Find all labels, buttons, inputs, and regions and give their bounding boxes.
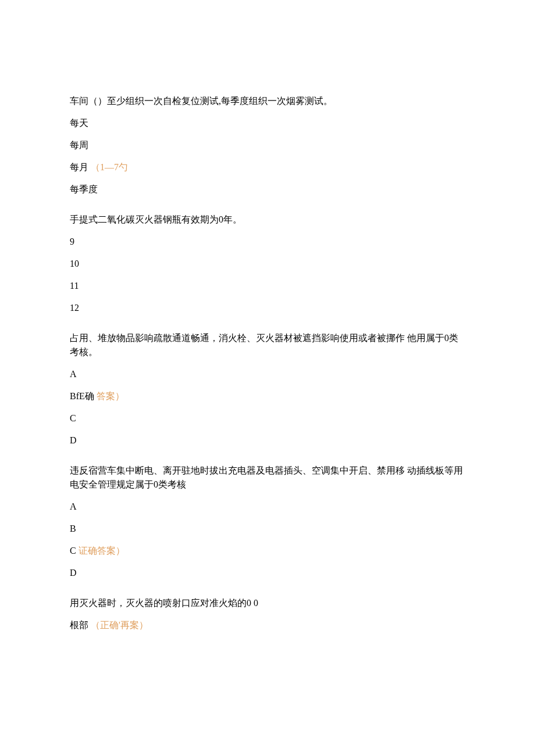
answer-mark: 证确答案） bbox=[79, 546, 125, 556]
option-line: B bbox=[70, 522, 465, 536]
option-line: 11 bbox=[70, 279, 465, 293]
option-text: B bbox=[70, 524, 76, 533]
option-text: 11 bbox=[70, 281, 79, 291]
question-block: 违反宿营车集中断电、离开驻地时拔出充电器及电器插头、空调集中开启、禁用移 动插线… bbox=[70, 464, 465, 580]
document-body: 车间（）至少组织一次自检复位测试,每季度组织一次烟雾测试。 每天 每周 每月 （… bbox=[0, 0, 535, 683]
answer-mark: （1—7勺 bbox=[91, 162, 128, 172]
option-text: 10 bbox=[70, 259, 79, 268]
option-text: D bbox=[70, 568, 77, 578]
answer-mark: 答案） bbox=[97, 391, 124, 401]
option-text: 每周 bbox=[70, 140, 88, 150]
option-line: D bbox=[70, 566, 465, 580]
question-block: 用灭火器时，灭火器的喷射口应对准火焰的0 0 根部 （正确'再案） bbox=[70, 596, 465, 632]
question-text: 用灭火器时，灭火器的喷射口应对准火焰的0 0 bbox=[70, 596, 465, 610]
option-text: C bbox=[70, 546, 76, 556]
question-text: 手提式二氧化碳灭火器钢瓶有效期为0年。 bbox=[70, 213, 465, 227]
option-line: 每周 bbox=[70, 138, 465, 152]
question-block: 占用、堆放物品影响疏散通道畅通，消火栓、灭火器材被遮挡影响使用或者被挪作 他用属… bbox=[70, 331, 465, 447]
option-text: 每月 bbox=[70, 162, 88, 172]
option-text: BfE确 bbox=[70, 391, 94, 401]
answer-mark: （正确'再案） bbox=[91, 620, 148, 630]
option-line: C bbox=[70, 411, 465, 425]
option-line: A bbox=[70, 500, 465, 514]
option-line: 每天 bbox=[70, 116, 465, 130]
option-text: 每季度 bbox=[70, 184, 98, 194]
option-line: C 证确答案） bbox=[70, 544, 465, 558]
option-text: 12 bbox=[70, 303, 79, 313]
question-text: 占用、堆放物品影响疏散通道畅通，消火栓、灭火器材被遮挡影响使用或者被挪作 他用属… bbox=[70, 331, 465, 359]
option-line: 每季度 bbox=[70, 182, 465, 196]
option-line: 9 bbox=[70, 235, 465, 249]
option-text: 根部 bbox=[70, 620, 88, 630]
question-block: 车间（）至少组织一次自检复位测试,每季度组织一次烟雾测试。 每天 每周 每月 （… bbox=[70, 94, 465, 196]
option-text: 每天 bbox=[70, 118, 88, 128]
option-line: 根部 （正确'再案） bbox=[70, 618, 465, 632]
option-text: D bbox=[70, 435, 77, 445]
option-line: 每月 （1—7勺 bbox=[70, 160, 465, 174]
question-text: 违反宿营车集中断电、离开驻地时拔出充电器及电器插头、空调集中开启、禁用移 动插线… bbox=[70, 464, 465, 492]
option-line: 10 bbox=[70, 257, 465, 271]
option-text: A bbox=[70, 501, 77, 511]
option-line: A bbox=[70, 367, 465, 381]
option-line: 12 bbox=[70, 301, 465, 315]
option-text: A bbox=[70, 369, 77, 379]
question-text: 车间（）至少组织一次自检复位测试,每季度组织一次烟雾测试。 bbox=[70, 94, 465, 108]
option-text: C bbox=[70, 413, 76, 423]
option-line: D bbox=[70, 433, 465, 447]
question-block: 手提式二氧化碳灭火器钢瓶有效期为0年。 9 10 11 12 bbox=[70, 213, 465, 315]
option-text: 9 bbox=[70, 237, 74, 246]
option-line: BfE确 答案） bbox=[70, 389, 465, 403]
